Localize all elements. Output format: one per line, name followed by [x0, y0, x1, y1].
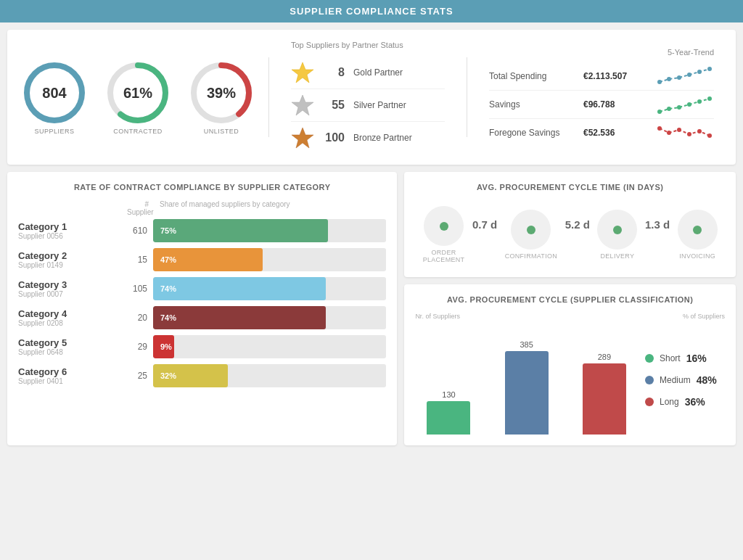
svg-point-22 — [677, 128, 681, 132]
legend-name: Short — [660, 353, 681, 363]
legend-pct: 16% — [686, 353, 707, 364]
gauges-section: 804 SUPPLIERS 61% CONTRACTED — [22, 60, 254, 135]
bar-supplier-count: 15 — [126, 255, 147, 265]
bottom-panels: RATE OF CONTRACT COMPLIANCE BY SUPPLIER … — [7, 172, 736, 445]
partner-bronze: 100 Bronze Partner — [291, 122, 445, 154]
bar-wrapper: 74% — [153, 277, 386, 300]
bar-cat-info: Category 6 Supplier 0401 — [18, 366, 120, 385]
classification-legend: Short 16% Medium 48% Long 36% — [638, 326, 725, 435]
bar-cat-name: Category 3 — [18, 279, 120, 290]
cycle-dot — [613, 226, 622, 234]
svg-point-11 — [687, 73, 691, 77]
bar-cat-name: Category 4 — [18, 308, 120, 319]
bar-fill: 9% — [153, 335, 174, 358]
class-bar-label-top: 385 — [520, 340, 533, 349]
bar-row: Category 5 Supplier 0648 29 9% — [18, 335, 386, 358]
bar-supplier-count: 25 — [126, 371, 147, 381]
legend-dot — [645, 376, 654, 384]
bar-cat-info: Category 2 Supplier 0149 — [18, 250, 120, 269]
cycle-time-title: AVG. PROCUREMENT CYCLE TIME (IN DAYS) — [415, 183, 725, 192]
bar-supplier-count: 610 — [126, 226, 147, 236]
bronze-count: 100 — [323, 131, 345, 144]
gauge-contracted-value: 61% — [123, 84, 152, 101]
bar-wrapper: 47% — [153, 248, 386, 271]
bar-cat-info: Category 5 Supplier 0648 — [18, 337, 120, 356]
bar-row: Category 1 Supplier 0056 610 75% — [18, 219, 386, 242]
cycle-time-value: 0.7 d — [472, 218, 497, 231]
svg-point-17 — [687, 102, 691, 107]
cycle-row: Order Placement0.7 dConfirmation5.2 dDel… — [415, 200, 725, 263]
bar-cat-info: Category 1 Supplier 0056 — [18, 221, 120, 240]
bar-cat-name: Category 2 — [18, 250, 120, 261]
header: SUPPLIER COMPLIANCE STATS — [0, 0, 743, 22]
divider-1 — [268, 57, 269, 137]
class-bar-wrapper: 130 — [415, 340, 482, 435]
svg-point-15 — [667, 107, 671, 111]
svg-point-24 — [697, 129, 702, 133]
partners-title: Top Suppliers by Partner Status — [291, 41, 445, 49]
trend-savings: Savings €96.788 — [489, 91, 714, 119]
partners-section: Top Suppliers by Partner Status 8 Gold P… — [284, 41, 452, 154]
gold-star-icon — [291, 61, 314, 84]
trend-section: 5-Year-Trend Total Spending €2.113.507 S… — [482, 48, 721, 147]
trend-spending-chart — [656, 66, 714, 86]
cycle-value: 1.3 d — [645, 218, 670, 251]
bar-supplier-count: 20 — [126, 313, 147, 323]
svg-marker-6 — [292, 95, 313, 115]
class-bar — [583, 363, 626, 435]
gauge-contracted: 61% CONTRACTED — [105, 60, 171, 135]
bar-supplier-count: 105 — [126, 284, 147, 294]
gold-name: Gold Partner — [353, 67, 403, 78]
classification-bars-area: 130 385 289 — [415, 326, 638, 435]
silver-name: Silver Partner — [353, 100, 406, 110]
svg-point-13 — [707, 67, 712, 71]
bar-wrapper: 9% — [153, 335, 386, 358]
gold-count: 8 — [323, 66, 345, 79]
trend-savings-label: Savings — [489, 99, 576, 110]
svg-point-21 — [667, 131, 671, 135]
cycle-node: Invoicing — [678, 210, 718, 260]
cycle-labels — [415, 263, 725, 266]
legend-item: Medium 48% — [645, 374, 725, 386]
svg-point-23 — [687, 132, 691, 136]
gauge-contracted-label: CONTRACTED — [113, 128, 163, 135]
legend-name: Medium — [660, 375, 691, 385]
trend-title: 5-Year-Trend — [489, 48, 714, 57]
cycle-node: Delivery — [597, 210, 637, 260]
trend-savings-value: €96.788 — [583, 99, 649, 110]
axis-right-label: % of Suppliers — [683, 313, 725, 320]
bar-cat-supplier: Supplier 0007 — [18, 290, 120, 298]
cycle-node-label: Order Placement — [423, 249, 465, 263]
gauge-unlisted-value: 39% — [207, 84, 236, 101]
classification-panel: AVG. PROCUREMENT CYCLE (SUPPLIER CLASSIF… — [404, 284, 736, 445]
legend-pct: 48% — [697, 374, 717, 386]
bar-cat-supplier: Supplier 0056 — [18, 232, 120, 240]
bar-cat-supplier: Supplier 0648 — [18, 348, 120, 356]
silver-star-icon — [291, 94, 314, 117]
svg-point-20 — [657, 126, 662, 131]
gauge-suppliers: 804 SUPPLIERS — [22, 60, 87, 135]
legend-item: Long 36% — [645, 396, 725, 408]
bar-chart-panel: RATE OF CONTRACT COMPLIANCE BY SUPPLIER … — [7, 172, 397, 445]
svg-marker-5 — [292, 62, 313, 83]
top-panel: 804 SUPPLIERS 61% CONTRACTED — [7, 30, 736, 165]
bar-fill: 74% — [153, 277, 326, 300]
svg-point-25 — [707, 133, 712, 138]
trend-foregone-value: €52.536 — [583, 128, 649, 138]
bar-row: Category 3 Supplier 0007 105 74% — [18, 277, 386, 300]
bar-cat-name: Category 1 — [18, 221, 120, 232]
col-label1: # Supplier — [127, 200, 149, 216]
bar-wrapper: 74% — [153, 306, 386, 329]
gauge-suppliers-label: SUPPLIERS — [34, 128, 74, 135]
classification-title: AVG. PROCUREMENT CYCLE (SUPPLIER CLASSIF… — [415, 295, 725, 304]
axis-left-label: Nr. of Suppliers — [415, 313, 460, 320]
cycle-time-value: 5.2 d — [565, 218, 590, 231]
svg-point-19 — [707, 96, 712, 101]
trend-foregone: Foregone Savings €52.536 — [489, 119, 714, 147]
class-bar-label-top: 289 — [598, 353, 611, 361]
cycle-time-panel: AVG. PROCUREMENT CYCLE TIME (IN DAYS) Or… — [404, 172, 736, 277]
cycle-node: Confirmation — [505, 210, 557, 260]
legend-pct: 36% — [685, 396, 705, 408]
svg-point-18 — [697, 99, 702, 104]
svg-point-9 — [667, 77, 671, 81]
